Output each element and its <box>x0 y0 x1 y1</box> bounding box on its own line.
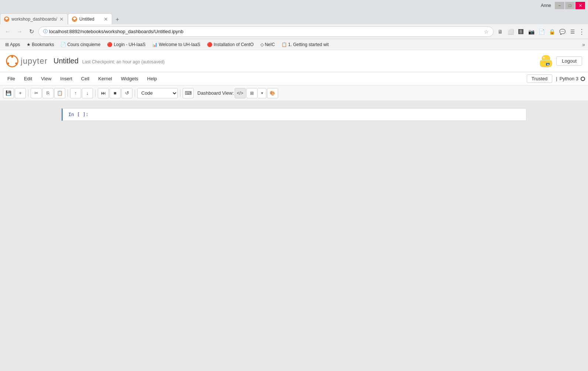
minimize-button[interactable]: − <box>555 2 564 9</box>
maximize-button[interactable]: □ <box>565 2 575 9</box>
installation-icon: 🔴 <box>207 42 212 47</box>
kernel-info: | Python 3 <box>556 76 585 81</box>
dashboard-view-label: Dashboard View: <box>197 90 234 96</box>
extension-icon-7[interactable]: 💬 <box>558 27 567 36</box>
notebook-inner: In [ ]: <box>62 108 526 121</box>
address-bar: ← → ↻ ⓘ localhost:8892/notebooks/worksho… <box>0 24 588 39</box>
checkpoint-text: Last Checkpoint: an hour ago (autosaved) <box>82 59 165 64</box>
jupyter-word-logo: jupyter <box>21 56 48 66</box>
bookmark-cours[interactable]: 📄 Cours cinquieme <box>58 41 103 48</box>
bookmark-bookmarks-label: Bookmarks <box>32 42 54 47</box>
extension-icon-2[interactable]: ⬜ <box>506 27 515 36</box>
chrome-menu-button[interactable]: ⋮ <box>578 28 585 36</box>
bookmark-apps-label: Apps <box>10 42 20 47</box>
close-button[interactable]: ✕ <box>575 2 585 9</box>
dv-palette-button[interactable]: 🎨 <box>267 88 278 98</box>
svg-point-5 <box>547 64 549 65</box>
dv-code-button[interactable]: </> <box>235 88 246 98</box>
extension-icon-4[interactable]: 📷 <box>527 27 536 36</box>
tab-label-workshop: workshop_dashboards/ <box>11 17 57 22</box>
bookmark-neic[interactable]: ◇ NeIC <box>258 41 277 48</box>
tab-favicon-workshop <box>4 17 9 22</box>
notebook-title-area: Untitled Last Checkpoint: an hour ago (a… <box>53 57 165 65</box>
tab-untitled[interactable]: Untitled ✕ <box>68 13 112 24</box>
bookmark-installation[interactable]: 🔴 Installation of CentO <box>205 41 256 48</box>
svg-point-3 <box>15 62 17 64</box>
star-icon: ☆ <box>484 29 489 35</box>
cell-type-select[interactable]: Code Markdown Raw NBConvert Heading <box>137 88 178 98</box>
cell-prompt: In [ ]: <box>63 109 92 120</box>
menu-insert[interactable]: Insert <box>56 74 77 84</box>
move-down-button[interactable]: ↓ <box>82 88 93 98</box>
logout-button[interactable]: Logout <box>556 56 582 66</box>
url-bar[interactable]: ⓘ localhost:8892/notebooks/workshop_dash… <box>38 27 494 37</box>
bookmark-cours-label: Cours cinquieme <box>67 42 100 47</box>
jupyter-toolbar: 💾 + ✂ ⎘ 📋 ↑ ↓ ⏭ ■ ↺ Code Markdown Raw NB… <box>0 85 588 101</box>
tab-close-untitled[interactable]: ✕ <box>104 17 108 22</box>
bookmark-installation-label: Installation of CentO <box>214 42 254 47</box>
reload-button[interactable]: ↻ <box>27 27 36 36</box>
cut-button[interactable]: ✂ <box>31 88 42 98</box>
bookmarks-more-button[interactable]: » <box>582 42 585 48</box>
kernel-status-circle <box>581 77 585 81</box>
back-button[interactable]: ← <box>3 27 13 36</box>
tab-workshop[interactable]: workshop_dashboards/ ✕ <box>0 13 68 24</box>
code-cell[interactable]: In [ ]: <box>62 108 526 121</box>
bookmark-bookmarks[interactable]: ★ Bookmarks <box>24 41 56 48</box>
tab-close-workshop[interactable]: ✕ <box>59 17 64 22</box>
new-tab-button[interactable]: + <box>112 15 122 24</box>
menu-help[interactable]: Help <box>143 74 162 84</box>
neic-icon: ◇ <box>260 42 264 47</box>
login-icon: 🔴 <box>107 42 113 47</box>
copy-button[interactable]: ⎘ <box>42 88 53 98</box>
browser-toolbar-icons: 🖥 ⬜ 🅱 📷 📄 🔒 💬 ☰ ⋮ <box>496 27 585 36</box>
bookmark-apps[interactable]: ⊞ Apps <box>3 41 22 48</box>
move-up-button[interactable]: ↑ <box>70 88 81 98</box>
bookmark-neic-label: NeIC <box>265 42 275 47</box>
star-bookmark-icon: ★ <box>27 42 31 47</box>
stop-button[interactable]: ■ <box>110 88 121 98</box>
tab-favicon-untitled <box>72 17 77 22</box>
add-cell-button[interactable]: + <box>15 88 26 98</box>
bookmark-getting-started-label: 1. Getting started wit <box>288 42 329 47</box>
fast-forward-button[interactable]: ⏭ <box>98 88 109 98</box>
keyboard-shortcut-button[interactable]: ⌨ <box>183 88 194 98</box>
bookmark-login[interactable]: 🔴 Login - UH-IaaS <box>105 41 148 48</box>
restart-button[interactable]: ↺ <box>121 88 132 98</box>
extension-icon-5[interactable]: 📄 <box>537 27 546 36</box>
menu-widgets[interactable]: Widgets <box>117 74 143 84</box>
extension-icon-8[interactable]: ☰ <box>568 27 577 36</box>
menu-view[interactable]: View <box>37 74 56 84</box>
chrome-window: Anne − □ ✕ workshop_dashboards/ ✕ Untitl… <box>0 0 588 371</box>
menu-cell[interactable]: Cell <box>77 74 94 84</box>
extension-icon-1[interactable]: 🖥 <box>496 27 505 36</box>
bookmark-getting-started[interactable]: 📋 1. Getting started wit <box>279 41 331 48</box>
cell-input[interactable] <box>92 109 526 120</box>
welcome-icon: 📊 <box>152 42 158 47</box>
svg-point-2 <box>7 62 9 64</box>
toolbar-separator-2 <box>68 90 68 97</box>
dv-grid-button[interactable]: ⊞ <box>246 88 257 98</box>
notebook-title[interactable]: Untitled <box>53 57 79 65</box>
bookmarks-bar: ⊞ Apps ★ Bookmarks 📄 Cours cinquieme 🔴 L… <box>0 39 588 50</box>
svg-point-1 <box>11 56 13 57</box>
apps-icon: ⊞ <box>5 42 9 47</box>
dv-dropdown-button[interactable]: ▾ <box>258 88 266 98</box>
paste-button[interactable]: 📋 <box>54 88 65 98</box>
title-bar: Anne − □ ✕ <box>0 0 588 11</box>
menu-kernel[interactable]: Kernel <box>94 74 117 84</box>
forward-button[interactable]: → <box>15 27 24 36</box>
menu-file[interactable]: File <box>3 74 20 84</box>
extension-icon-6[interactable]: 🔒 <box>547 27 556 36</box>
toolbar-separator-1 <box>28 90 28 97</box>
jupyter-app: jupyter Untitled Last Checkpoint: an hou… <box>0 50 588 371</box>
trusted-button[interactable]: Trusted <box>527 74 553 83</box>
menu-edit[interactable]: Edit <box>20 74 37 84</box>
bookmark-welcome-label: Welcome to UH-IaaS <box>159 42 200 47</box>
bookmark-welcome[interactable]: 📊 Welcome to UH-IaaS <box>150 41 202 48</box>
python-logo-icon <box>539 55 553 68</box>
extension-icon-3[interactable]: 🅱 <box>516 27 525 36</box>
window-user: Anne <box>541 3 551 8</box>
save-button[interactable]: 💾 <box>3 88 14 98</box>
svg-point-4 <box>543 57 545 58</box>
